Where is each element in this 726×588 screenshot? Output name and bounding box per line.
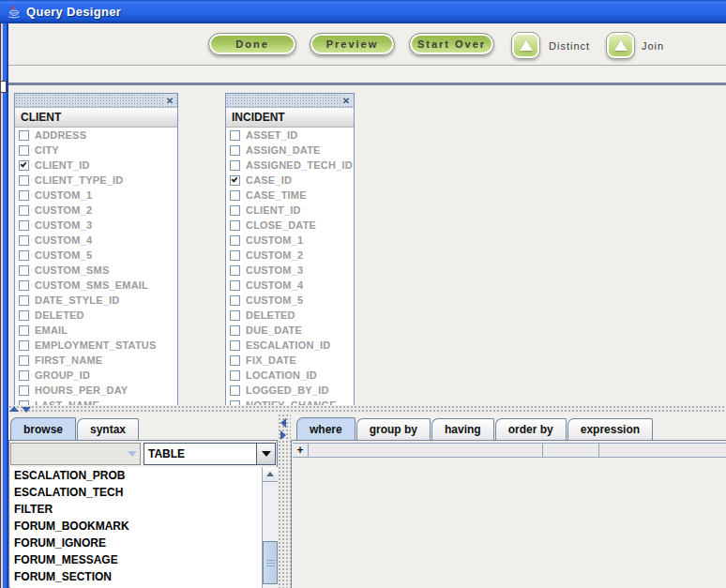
column-checkbox[interactable]	[19, 310, 29, 321]
column-row[interactable]: LAST_NAME	[15, 398, 177, 405]
column-row[interactable]: CUSTOM_4	[226, 278, 354, 293]
column-row[interactable]: ESCALATION_ID	[226, 338, 354, 353]
tab-group-by[interactable]: group by	[356, 418, 431, 440]
column-row[interactable]: ASSIGNED_TECH_ID	[226, 158, 354, 173]
column-checkbox[interactable]	[230, 355, 240, 366]
column-row[interactable]: CUSTOM_3	[226, 263, 354, 278]
tab-order-by[interactable]: order by	[495, 418, 567, 440]
column-checkbox[interactable]	[230, 250, 240, 261]
table-list-item[interactable]: ESCALATION_TECH	[10, 484, 278, 501]
column-row[interactable]: CUSTOM_SMS_EMAIL	[15, 278, 177, 293]
column-row[interactable]: CUSTOM_1	[226, 233, 354, 248]
column-checkbox[interactable]	[230, 190, 240, 201]
column-checkbox[interactable]	[19, 355, 29, 366]
table-list-item[interactable]: FILTER	[10, 501, 278, 518]
table-list-scrollbar[interactable]	[262, 467, 278, 588]
collapse-up-icon[interactable]	[9, 406, 19, 412]
column-row[interactable]: CUSTOM_2	[15, 203, 177, 218]
column-row[interactable]: CLOSE_DATE	[226, 218, 354, 233]
column-row[interactable]: DELETED	[15, 308, 177, 323]
tab-expression[interactable]: expression	[567, 418, 653, 440]
collapse-left-icon[interactable]	[280, 418, 286, 428]
column-row[interactable]: NOTIFY_CHANGE	[226, 398, 354, 405]
column-checkbox[interactable]	[19, 370, 29, 381]
column-row[interactable]: CUSTOM_5	[226, 293, 354, 308]
scroll-up-button[interactable]	[263, 467, 278, 482]
column-row[interactable]: GROUP_ID	[15, 368, 177, 383]
scrollbar-thumb[interactable]	[263, 541, 278, 584]
column-checkbox[interactable]	[230, 325, 240, 336]
column-checkbox[interactable]	[230, 340, 240, 351]
filter-combobox-arrow[interactable]	[125, 444, 140, 464]
column-row[interactable]: CLIENT_ID	[15, 158, 177, 173]
object-type-value[interactable]: TABLE	[144, 444, 256, 464]
column-checkbox[interactable]	[230, 130, 240, 141]
column-checkbox[interactable]	[230, 160, 240, 171]
column-checkbox[interactable]	[230, 385, 240, 396]
collapse-right-icon[interactable]	[280, 430, 286, 440]
column-checkbox[interactable]	[19, 265, 29, 276]
horizontal-split-divider[interactable]	[8, 405, 726, 414]
column-row[interactable]: DUE_DATE	[226, 323, 354, 338]
column-checkbox[interactable]	[19, 190, 29, 201]
preview-button[interactable]: Preview	[310, 33, 395, 55]
table-list-item[interactable]: FORUM_BOOKMARK	[10, 518, 278, 535]
incident-table-frame[interactable]: ✕ INCIDENT ASSET_IDASSIGN_DATEASSIGNED_T…	[225, 93, 355, 405]
tab-syntax[interactable]: syntax	[77, 418, 139, 440]
client-table-frame[interactable]: ✕ CLIENT ADDRESSCITYCLIENT_IDCLIENT_TYPE…	[14, 93, 178, 405]
column-row[interactable]: EMAIL	[15, 323, 177, 338]
distinct-toggle-button[interactable]	[511, 32, 540, 59]
column-row[interactable]: ASSIGN_DATE	[226, 143, 354, 158]
column-row[interactable]: CUSTOM_SMS	[15, 263, 177, 278]
column-checkbox[interactable]	[19, 385, 29, 396]
column-row[interactable]: FIX_DATE	[226, 353, 354, 368]
filter-combobox[interactable]	[10, 443, 141, 465]
table-list-item[interactable]: FORUM_SECTION	[10, 568, 278, 585]
table-list-item[interactable]: FORUM_MESSAGE	[10, 551, 278, 568]
column-checkbox[interactable]	[19, 205, 29, 216]
tab-where[interactable]: where	[296, 417, 355, 440]
tab-browse[interactable]: browse	[10, 417, 76, 440]
column-row[interactable]: HOURS_PER_DAY	[15, 383, 177, 398]
vertical-split-divider[interactable]	[278, 414, 291, 588]
column-row[interactable]: CITY	[15, 143, 177, 158]
column-checkbox[interactable]	[19, 235, 29, 246]
column-checkbox[interactable]	[19, 280, 29, 291]
column-checkbox[interactable]	[230, 220, 240, 231]
column-checkbox[interactable]	[19, 340, 29, 351]
column-checkbox[interactable]	[230, 265, 240, 276]
column-checkbox[interactable]	[230, 295, 240, 306]
column-row[interactable]: DATE_STYLE_ID	[15, 293, 177, 308]
column-checkbox[interactable]	[230, 145, 240, 156]
done-button[interactable]: Done	[208, 33, 296, 55]
filter-combobox-value[interactable]	[11, 444, 125, 464]
column-checkbox[interactable]	[19, 145, 29, 156]
column-checkbox[interactable]	[19, 295, 29, 306]
column-row[interactable]: CUSTOM_4	[15, 233, 177, 248]
column-checkbox[interactable]	[19, 325, 29, 336]
column-checkbox[interactable]	[230, 310, 240, 321]
column-checkbox[interactable]	[19, 220, 29, 231]
column-row[interactable]: CUSTOM_5	[15, 248, 177, 263]
column-checkbox[interactable]	[230, 370, 240, 381]
object-type-combobox[interactable]: TABLE	[144, 443, 276, 465]
tab-having[interactable]: having	[431, 418, 494, 440]
table-list-item[interactable]: ESCALATION_PROB	[10, 467, 278, 484]
start-over-button[interactable]: Start Over	[409, 33, 494, 55]
column-row[interactable]: CASE_TIME	[226, 188, 354, 203]
close-icon[interactable]: ✕	[164, 95, 175, 106]
column-checkbox[interactable]	[230, 205, 240, 216]
frame-titlebar[interactable]: ✕	[226, 94, 354, 108]
column-row[interactable]: CUSTOM_3	[15, 218, 177, 233]
column-row[interactable]: LOGGED_BY_ID	[226, 383, 354, 398]
frame-titlebar[interactable]: ✕	[15, 94, 177, 108]
column-row[interactable]: FIRST_NAME	[15, 353, 177, 368]
column-checkbox[interactable]	[19, 250, 29, 261]
column-row[interactable]: CLIENT_ID	[226, 203, 354, 218]
column-row[interactable]: CUSTOM_1	[15, 188, 177, 203]
column-checkbox[interactable]	[19, 175, 29, 186]
column-row[interactable]: CUSTOM_2	[226, 248, 354, 263]
window-titlebar[interactable]: Query Designer	[0, 0, 726, 23]
column-checkbox[interactable]	[230, 280, 240, 291]
close-icon[interactable]: ✕	[340, 95, 352, 106]
